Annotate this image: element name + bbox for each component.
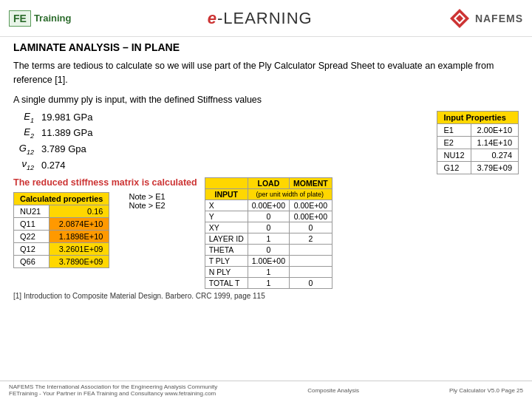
stiffness-label: A single dummy ply is input, with the de…: [13, 95, 519, 105]
fe-training-logo: FE Training: [9, 10, 71, 27]
calc-label: Q22: [14, 230, 50, 242]
lm-val: [290, 266, 332, 277]
calc-label: Q11: [14, 217, 50, 230]
prop-value: 0.274: [471, 149, 518, 161]
stiffness-header: The reduced stiffness matrix is calculat…: [13, 177, 197, 188]
formula-row-e1: E1 19.981 GPa: [13, 111, 428, 124]
calc-value: 3.7890E+09: [49, 255, 109, 267]
training-label: Training: [34, 13, 72, 24]
prop-value: 2.00E+10: [471, 123, 518, 136]
table-row: T PLY 1.00E+00: [205, 255, 332, 266]
symbol-e1: E1: [13, 111, 34, 124]
table-row: E1 2.00E+10: [437, 123, 519, 136]
value-e1: 19.981 GPa: [41, 112, 92, 123]
lm-val: 2: [290, 233, 332, 244]
calc-and-notes: Calculated properties NU21 0.16 Q11 2.08…: [13, 192, 197, 268]
calc-value: 1.1898E+10: [49, 230, 109, 242]
value-e2: 11.389 GPa: [41, 127, 92, 138]
elearning-rest: -LEARNING: [217, 9, 313, 27]
prop-label: E2: [437, 136, 471, 149]
notes-section: Note > E1 Note > E2: [126, 192, 165, 210]
symbol-e2: E2: [13, 126, 34, 140]
table-row: G12 3.79E+09: [437, 161, 519, 174]
lm-empty-header: [205, 177, 248, 188]
symbol-nu12: ν12: [13, 158, 34, 171]
lm-val: 1.00E+00: [248, 255, 289, 266]
lm-per-unit-header: (per unit width of plate): [248, 188, 332, 200]
footer-left: NAFEMS The International Association for…: [9, 383, 217, 397]
lm-moment-val: 0: [290, 222, 332, 233]
table-row: XY 0 0: [205, 222, 332, 233]
lm-row-label: LAYER ID: [205, 233, 248, 244]
lm-moment-val: 0.00E+00: [290, 200, 332, 211]
prop-value: 1.14E+10: [471, 136, 518, 149]
input-properties-table: Input Properties E1 2.00E+10 E2 1.14E+10…: [437, 111, 519, 174]
lm-moment-val: 0.00E+00: [290, 211, 332, 222]
formula-row-e2: E2 11.389 GPa: [13, 126, 428, 140]
symbol-g12: G12: [13, 143, 34, 156]
note-e2: Note > E2: [129, 201, 165, 210]
formula-row-g12: G12 3.789 Gpa: [13, 143, 428, 156]
lm-val: [290, 255, 332, 266]
lm-val: [290, 244, 332, 255]
lm-row-label: TOTAL T: [205, 277, 248, 288]
lm-load-val: 0: [248, 222, 289, 233]
nafems-diamond-icon: [449, 7, 471, 30]
values-section: E1 19.981 GPa E2 11.389 GPa G12 3.789 Gp…: [13, 111, 519, 174]
footer-nafems: NAFEMS The International Association for…: [9, 383, 217, 390]
calc-label: NU21: [14, 205, 50, 217]
lm-val: 0: [248, 244, 289, 255]
lm-val: 1: [248, 233, 289, 244]
prop-label: NU12: [437, 149, 471, 161]
calc-value: 2.0874E+10: [49, 217, 109, 230]
elearning-e: e: [208, 9, 217, 27]
note-e1: Note > E1: [129, 192, 165, 201]
table-row: Q12 3.2601E+09: [14, 242, 109, 255]
lm-input-header: INPUT: [205, 188, 248, 200]
table-row: THETA 0: [205, 244, 332, 255]
footer: NAFEMS The International Association for…: [0, 381, 532, 399]
table-row: Q66 3.7890E+09: [14, 255, 109, 267]
calc-label: Q12: [14, 242, 50, 255]
value-nu12: 0.274: [41, 160, 66, 171]
lm-row-label: Y: [205, 211, 248, 222]
prop-label: G12: [437, 161, 471, 174]
elearning-logo: e-LEARNING: [208, 9, 313, 28]
formula-row-nu12: ν12 0.274: [13, 158, 428, 171]
nafems-label: NAFEMS: [475, 13, 523, 24]
lm-moment-header: MOMENT: [290, 177, 332, 188]
intro-text: The terms are tedious to calculate so we…: [13, 59, 519, 87]
lm-row-label: THETA: [205, 244, 248, 255]
formula-values: E1 19.981 GPa E2 11.389 GPa G12 3.789 Gp…: [13, 111, 428, 171]
table-row: NU12 0.274: [437, 149, 519, 161]
table-row: Q22 1.1898E+10: [14, 230, 109, 242]
footer-right: Ply Calculator V5.0 Page 25: [449, 387, 523, 394]
lm-load-val: 0: [248, 211, 289, 222]
stiffness-matrix-section: The reduced stiffness matrix is calculat…: [13, 177, 519, 289]
table-row: TOTAL T 1 0: [205, 277, 332, 288]
input-props-header: Input Properties: [437, 111, 519, 123]
calc-label: Q66: [14, 255, 50, 267]
footer-center: Composite Analysis: [307, 387, 359, 394]
fe-box: FE: [9, 10, 31, 27]
load-moment-section: LOAD MOMENT INPUT (per unit width of pla…: [205, 177, 332, 289]
lm-val: 0: [290, 277, 332, 288]
reference-text: [1] Introduction to Composite Material D…: [13, 292, 519, 300]
lm-val: 1: [248, 266, 289, 277]
calc-value: 3.2601E+09: [49, 242, 109, 255]
table-row: Y 0 0.00E+00: [205, 211, 332, 222]
lm-row-label: N PLY: [205, 266, 248, 277]
table-row: X 0.00E+00 0.00E+00: [205, 200, 332, 211]
header: FE Training e-LEARNING NAFEMS: [0, 0, 532, 37]
lm-row-label: XY: [205, 222, 248, 233]
table-row: NU21 0.16: [14, 205, 109, 217]
footer-fetraining: FETraining - Your Partner in FEA Trainin…: [9, 390, 217, 397]
calc-props-header: Calculated properties: [14, 192, 109, 205]
left-panel: E1 19.981 GPa E2 11.389 GPa G12 3.789 Gp…: [13, 111, 428, 174]
stiffness-left: The reduced stiffness matrix is calculat…: [13, 177, 197, 268]
calc-value: 0.16: [49, 205, 109, 217]
calculated-properties-table: Calculated properties NU21 0.16 Q11 2.08…: [13, 192, 109, 268]
lm-load-val: 0.00E+00: [248, 200, 289, 211]
main-content: LAMINATE ANALYSIS – IN PLANE The terms a…: [0, 37, 532, 304]
load-moment-table: LOAD MOMENT INPUT (per unit width of pla…: [205, 177, 332, 289]
